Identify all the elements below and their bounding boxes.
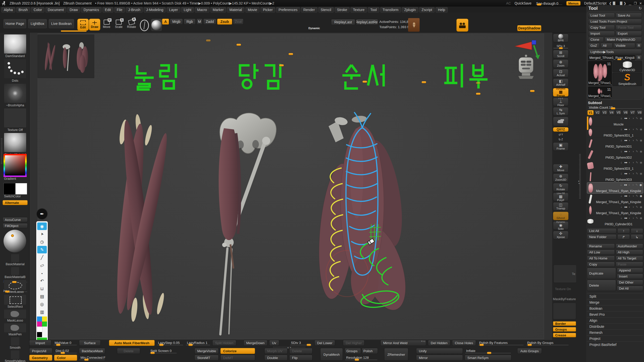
sidebar-thumb[interactable]: SelectRect <box>4 294 27 308</box>
deepshadow-button[interactable]: DeepShadow <box>517 25 541 31</box>
polypaint-icon[interactable] <box>620 172 622 175</box>
paint-all-icon[interactable] <box>624 194 627 198</box>
tool-section-header[interactable]: Remesh <box>587 329 643 335</box>
menu-item[interactable]: Edit <box>102 7 113 13</box>
menus-toggle[interactable]: Menus <box>566 1 581 6</box>
annotation-tool-button[interactable] <box>37 277 47 285</box>
half-icon[interactable] <box>629 216 631 220</box>
live-boolean-button[interactable]: Live Boolean <box>49 19 74 28</box>
annotation-tool-button[interactable] <box>37 293 47 300</box>
pen-app-logo[interactable]: ✒ <box>37 209 47 219</box>
vtab-button[interactable]: V2 <box>594 110 601 115</box>
mask-by-feature-label[interactable]: MaskByFeature <box>553 297 576 301</box>
vtab-button[interactable]: V1 <box>587 110 594 115</box>
paint-mode-button[interactable]: M <box>196 19 203 25</box>
eye-icon[interactable] <box>640 161 642 164</box>
tool-section-header[interactable]: Project BasRelief <box>587 341 643 347</box>
menu-item[interactable]: Transform <box>380 7 401 13</box>
all-to-target-button[interactable]: All To Target <box>616 256 643 261</box>
goz-r-button[interactable]: R <box>636 43 642 48</box>
reload-icon[interactable]: ↻ <box>638 6 642 11</box>
paint-all-icon[interactable] <box>624 216 627 220</box>
split-screen-slider[interactable]: Split Screen 0 <box>149 348 177 354</box>
close-button[interactable]: ✕ <box>639 2 642 5</box>
color-picker[interactable]: Gradient <box>4 154 27 180</box>
goz-visible-button[interactable]: Visible <box>613 43 635 48</box>
half-icon[interactable] <box>629 205 631 209</box>
lightbox-tools-button[interactable]: Lightbox▶Tools <box>588 49 642 54</box>
tray-button[interactable]: QXYZ <box>553 127 569 132</box>
delmt-button[interactable]: DelMT <box>220 355 255 361</box>
eye-icon[interactable] <box>640 150 642 153</box>
move-out-folder-button[interactable]: ↱ <box>617 234 630 240</box>
goz-all-button[interactable]: All <box>600 43 613 48</box>
tray-button[interactable]: Z <box>553 138 569 141</box>
tray-button[interactable]: Ghost <box>553 212 569 220</box>
polypaint-icon[interactable] <box>620 161 622 164</box>
sidebar-thumb[interactable]: Texture Off <box>4 108 27 132</box>
brush-icon[interactable] <box>636 150 638 153</box>
tray-button[interactable]: Scroll <box>553 50 569 58</box>
vtab-button[interactable]: V6 <box>622 110 629 115</box>
viewport-3d[interactable] <box>30 33 552 340</box>
half-icon[interactable] <box>629 139 631 142</box>
paint-mode-button[interactable]: A <box>162 19 169 25</box>
rename-button[interactable]: Rename <box>587 244 615 249</box>
bottom-control[interactable]: Mirror And Weld <box>380 340 426 346</box>
scale-button[interactable]: SScale <box>115 20 123 29</box>
geometry-button[interactable]: Geometry <box>29 355 52 361</box>
eye-icon[interactable] <box>640 216 642 220</box>
list-all-button[interactable]: List All <box>587 228 617 234</box>
polypaint-icon[interactable] <box>620 128 622 131</box>
paint-all-icon[interactable] <box>624 172 627 175</box>
mergevisible-button[interactable]: MergeVisible <box>194 348 219 354</box>
copy-tool-button[interactable]: Copy Tool <box>588 25 615 30</box>
paint-mode-button[interactable]: Rgb <box>184 19 196 25</box>
tray-button[interactable] <box>553 117 569 126</box>
paint-all-icon[interactable] <box>624 128 627 131</box>
bottom-control[interactable]: LazyRadius 1 <box>185 340 211 346</box>
min-connected-slider[interactable]: Min Connected F <box>79 355 105 361</box>
current-tool-r-button[interactable]: R <box>636 55 642 60</box>
paint-all-icon[interactable] <box>624 205 627 209</box>
minimize-button[interactable]: ▁ <box>629 2 631 5</box>
load-tools-from-project-button[interactable]: Load Tools From Project <box>588 19 642 24</box>
sidebar-thumb[interactable]: MaskPen <box>4 323 27 336</box>
brush-icon[interactable] <box>636 216 638 220</box>
menu-item[interactable]: Marker <box>210 7 226 13</box>
tool-section-header[interactable]: Split <box>587 293 643 299</box>
load-tool-button[interactable]: Load Tool <box>588 13 615 18</box>
unify-button[interactable]: Unify <box>416 348 463 354</box>
half2-icon[interactable] <box>632 183 634 187</box>
bottom-control[interactable]: LazyStep 0.05 <box>156 340 184 346</box>
menu-item[interactable]: Tool <box>368 7 379 13</box>
paste-subtool-button[interactable]: Paste <box>616 262 643 267</box>
delete-layer-button[interactable]: Delete <box>117 348 140 354</box>
new-folder-button[interactable]: New Folder <box>587 234 617 240</box>
paint-all-icon[interactable] <box>624 139 627 142</box>
quicksave-button[interactable]: QuickSave <box>514 1 532 5</box>
copy-subtool-button[interactable]: Copy <box>587 262 615 267</box>
annotation-tool-button[interactable] <box>37 246 47 253</box>
menu-item[interactable]: Layer <box>167 7 180 13</box>
pen-color-swatch[interactable] <box>37 316 42 322</box>
menu-item[interactable]: Zscript <box>419 7 435 13</box>
bottom-control[interactable]: Del Higher <box>343 340 365 346</box>
tool-section-header[interactable]: Bevel Pro <box>587 311 643 317</box>
polypaint-icon[interactable] <box>620 194 622 198</box>
tray-button[interactable]: BPR <box>553 34 569 42</box>
tray-button[interactable]: L.Sym <box>553 107 569 116</box>
tray-button[interactable]: Frame <box>553 142 569 151</box>
tray-button[interactable]: Zoom3D <box>553 173 569 182</box>
subtool-row[interactable]: Muscle <box>587 116 643 127</box>
double-button[interactable]: Double <box>264 355 288 361</box>
tray-button[interactable]: Dynamic Persp <box>553 88 569 97</box>
menu-item[interactable]: Picker <box>260 7 275 13</box>
menu-item[interactable]: Dynamics <box>81 7 101 13</box>
append-button[interactable]: Append <box>617 268 643 273</box>
replay-last-rel-button[interactable]: ReplayLastRel <box>356 19 378 25</box>
paint-all-icon[interactable] <box>624 117 627 120</box>
paint-mode-button[interactable]: Zcut <box>233 19 244 25</box>
storemt-button[interactable]: StoreMT <box>194 355 219 361</box>
menu-item[interactable]: J-Brush <box>126 7 143 13</box>
